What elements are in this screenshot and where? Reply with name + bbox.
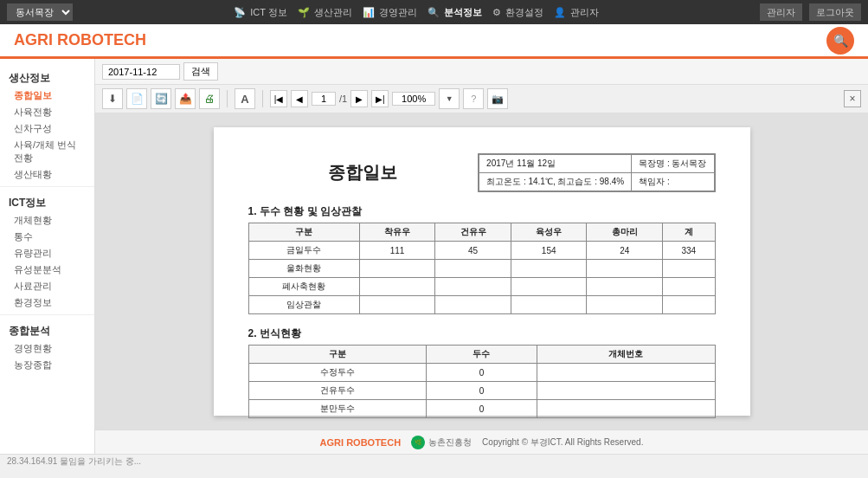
- pdf-last-btn[interactable]: ▶|: [371, 90, 389, 107]
- nav-admin[interactable]: 👤 관리자: [554, 6, 599, 19]
- report-header: 종합일보 2017년 11월 12일 목장명 : 동서목장 최고온도 : 14.…: [248, 153, 716, 192]
- production-icon: 🌱: [298, 7, 310, 18]
- pdf-download-btn[interactable]: ⬇: [102, 88, 123, 109]
- pdf-camera-btn[interactable]: 📷: [487, 88, 508, 109]
- section2-table: 구분 두수 개체번호 수정두수 0: [248, 345, 716, 418]
- global-search-button[interactable]: 🔍: [826, 27, 854, 55]
- date-toolbar: 검색: [95, 59, 868, 85]
- pdf-first-btn[interactable]: |◀: [270, 90, 287, 107]
- sidebar-section-production: 생산정보: [0, 66, 94, 87]
- sidebar-item-综합일보[interactable]: 종합일보: [0, 87, 94, 104]
- logout-button[interactable]: 로그아웃: [809, 3, 861, 21]
- sidebar-item-사육전황[interactable]: 사육전황: [0, 104, 94, 120]
- pdf-prev-btn[interactable]: ◀: [291, 90, 308, 107]
- report-temp: 최고온도 : 14.1℃, 최고습도 : 98.4%: [479, 173, 632, 191]
- sidebar-divider-2: [0, 314, 94, 315]
- footer-gov: 🌿 농촌진흥청: [411, 436, 472, 449]
- footer-copyright: Copyright © 부경ICT. All Rights Reserved.: [482, 436, 643, 449]
- status-text: 28.34.164.91 물임을 가리키는 중...: [7, 456, 141, 466]
- pdf-print-btn[interactable]: 🖨: [199, 88, 220, 109]
- ict-icon: 📡: [234, 7, 246, 18]
- top-right-buttons: 관리자 로그아웃: [760, 3, 861, 21]
- report-section-2: 2. 번식현황 구분 두수 개체번호 수정두수 0: [248, 326, 716, 418]
- pdf-zoom-input[interactable]: [392, 92, 435, 106]
- pdf-content-area[interactable]: 종합일보 2017년 11월 12일 목장명 : 동서목장 최고온도 : 14.…: [95, 113, 868, 430]
- pdf-close-btn[interactable]: ×: [844, 90, 861, 107]
- table-row: 임상관찰: [248, 296, 715, 314]
- status-bar: 28.34.164.91 물임을 가리키는 중...: [0, 454, 868, 468]
- sidebar-item-농장종합[interactable]: 농장종합: [0, 357, 94, 373]
- section1-table: 구분 착유우 건유우 육성우 총마리 계 금일두수 111: [248, 223, 716, 314]
- sidebar-item-사육개체번식[interactable]: 사육/개체 번식전황: [0, 137, 94, 166]
- pdf-page: 종합일보 2017년 11월 12일 목장명 : 동서목장 최고온도 : 14.…: [214, 127, 750, 416]
- admin-button[interactable]: 관리자: [760, 3, 802, 21]
- section1-title: 1. 두수 현황 및 임상관찰: [248, 204, 716, 219]
- pdf-page-input[interactable]: [312, 92, 336, 106]
- report-farm: 목장명 : 동서목장: [632, 155, 714, 173]
- pdf-share-btn[interactable]: 📤: [175, 88, 196, 109]
- brand-logo: AGRI ROBOTECH: [14, 31, 146, 49]
- pdf-font-btn[interactable]: A: [235, 88, 255, 109]
- footer: AGRI ROBOTECH 🌿 농촌진흥청 Copyright © 부경ICT.…: [95, 430, 868, 454]
- sidebar-item-생산태황[interactable]: 생산태황: [0, 166, 94, 183]
- sidebar-item-신차구성[interactable]: 신차구성: [0, 120, 94, 137]
- pdf-help-btn[interactable]: ?: [463, 88, 484, 109]
- analysis-icon: 🔍: [428, 7, 440, 18]
- nav-environment[interactable]: ⚙ 환경설정: [492, 6, 543, 19]
- table-row: 울화현황: [248, 260, 715, 278]
- pdf-divider-2: [262, 90, 263, 107]
- nav-analysis[interactable]: 🔍 분석정보: [428, 6, 482, 19]
- sidebar-divider-1: [0, 186, 94, 187]
- pdf-divider-1: [227, 90, 228, 107]
- sidebar-item-개체현황[interactable]: 개체현황: [0, 212, 94, 229]
- report-meta: 2017년 11월 12일 목장명 : 동서목장 최고온도 : 14.1℃, 최…: [478, 153, 715, 192]
- sidebar-item-유성분분석[interactable]: 유성분분석: [0, 262, 94, 278]
- sidebar-item-환경정보[interactable]: 환경정보: [0, 294, 94, 311]
- pdf-zoom-btn[interactable]: ▼: [439, 88, 460, 109]
- report-date: 2017년 11월 12일: [479, 155, 632, 173]
- report-section-1: 1. 두수 현황 및 임상관찰 구분 착유우 건유우 육성우 총마리 계: [248, 204, 716, 314]
- pdf-toolbar: ⬇ 📄 🔄 📤 🖨 A |◀ ◀ /1 ▶ ▶| ▼ ? 📷 ×: [95, 85, 868, 113]
- main-content: 검색 ⬇ 📄 🔄 📤 🖨 A |◀ ◀ /1 ▶ ▶| ▼ ? 📷 ×: [95, 59, 868, 454]
- table-row: 수정두수 0: [248, 364, 715, 382]
- content-area: 생산정보 종합일보 사육전황 신차구성 사육/개체 번식전황 생산태황 ICT정…: [0, 59, 868, 454]
- section2-title: 2. 번식현황: [248, 326, 716, 341]
- pdf-next-btn[interactable]: ▶: [350, 90, 368, 107]
- sidebar-item-경영현황[interactable]: 경영현황: [0, 340, 94, 357]
- farm-select[interactable]: 선택농장 동서목장: [7, 3, 73, 21]
- sidebar: 생산정보 종합일보 사육전황 신차구성 사육/개체 번식전황 생산태황 ICT정…: [0, 59, 95, 454]
- pdf-pdf-btn[interactable]: 📄: [126, 88, 147, 109]
- brand-bar: AGRI ROBOTECH 🔍: [0, 24, 868, 59]
- sidebar-item-사료관리[interactable]: 사료관리: [0, 278, 94, 294]
- brand-right: 🔍: [826, 27, 854, 55]
- report-title: 종합일보: [248, 153, 479, 192]
- nav-management[interactable]: 📊 경영관리: [363, 6, 417, 19]
- pdf-refresh-btn[interactable]: 🔄: [151, 88, 171, 109]
- table-row: 분만두수 0: [248, 400, 715, 418]
- gov-icon: 🌿: [411, 436, 425, 449]
- admin-nav-icon: 👤: [554, 7, 566, 18]
- date-input[interactable]: [102, 64, 180, 80]
- table-row: 금일두수 111 45 154 24 334: [248, 242, 715, 260]
- management-icon: 📊: [363, 7, 375, 18]
- sidebar-section-analysis: 종합분석: [0, 319, 94, 340]
- sidebar-item-통수[interactable]: 통수: [0, 229, 94, 245]
- sidebar-item-유량관리[interactable]: 유량관리: [0, 245, 94, 262]
- nav-ict[interactable]: 📡 ICT 정보: [234, 6, 287, 19]
- footer-logo: AGRI ROBOTECH: [320, 437, 402, 448]
- report-inspector: 책임자 :: [632, 173, 714, 191]
- table-row: 건유두수 0: [248, 382, 715, 400]
- search-button[interactable]: 검색: [183, 62, 218, 81]
- footer-gov-label: 농촌진흥청: [428, 436, 472, 449]
- nav-links: 📡 ICT 정보 🌱 생산관리 📊 경영관리 🔍 분석정보 ⚙ 환경설정 👤 관…: [234, 6, 599, 19]
- table-row: 폐사축현황: [248, 278, 715, 296]
- environment-icon: ⚙: [492, 7, 501, 18]
- pdf-page-total: /1: [339, 94, 347, 104]
- top-navigation: 선택농장 동서목장 📡 ICT 정보 🌱 생산관리 📊 경영관리 🔍 분석정보 …: [0, 0, 868, 24]
- sidebar-section-ict: ICT정보: [0, 191, 94, 212]
- nav-production[interactable]: 🌱 생산관리: [298, 6, 352, 19]
